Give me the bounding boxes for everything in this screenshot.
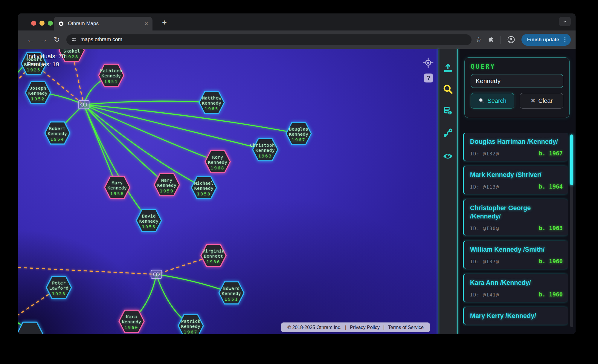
person-name: Kennedy [108, 186, 127, 190]
person-name: Mary [112, 181, 123, 185]
result-birth-year: b. 1963 [539, 225, 563, 231]
search-result-card[interactable]: William Kennedy /Smith/ ID: @I37@ b. 196… [463, 241, 568, 269]
search-result-card[interactable]: Mark Kennedy /Shriver/ ID: @I13@ b. 1964 [463, 166, 568, 194]
privacy-policy-link[interactable]: Privacy Policy [350, 325, 380, 330]
help-button[interactable]: ? [424, 74, 433, 82]
family-graph: RobertKennedy1925EthelSkakel1928Kathleen… [18, 49, 438, 334]
search-result-card[interactable]: Kara Ann /Kennedy/ ID: @I41@ b. 1960 [463, 274, 568, 302]
results-scrollbar-thumb[interactable] [570, 134, 573, 185]
person-name: Kennedy [289, 132, 309, 137]
minimize-window-button[interactable] [39, 21, 45, 26]
result-id: ID: @I13@ [470, 184, 499, 190]
person-birth-year: 1967 [184, 330, 198, 334]
person-name: Peter [52, 281, 66, 285]
person-name: Mary [161, 178, 173, 183]
search-result-card[interactable]: Christopher George /Kennedy/ ID: @I30@ b… [463, 199, 568, 235]
person-name: Joseph [30, 86, 46, 91]
person-birth-year: 1923 [52, 291, 66, 296]
visibility-button[interactable] [442, 150, 454, 162]
search-button[interactable]: Search [471, 93, 514, 108]
address-bar[interactable]: maps.othram.com [66, 34, 472, 45]
family-node[interactable] [151, 270, 162, 279]
reload-button[interactable]: ↻ [50, 35, 63, 44]
results-scrollbar-track[interactable] [570, 134, 573, 327]
tab-close-icon[interactable]: ✕ [144, 21, 148, 27]
person-node[interactable]: MaryKennedy1956 [105, 176, 130, 198]
result-name: Douglas Harriman /Kennedy/ [470, 138, 563, 146]
result-name: Mary Kerry /Kennedy/ [470, 312, 563, 320]
person-node[interactable]: MaryKennedy1959 [154, 174, 179, 196]
query-panel: QUERY Search ✕ Clear [464, 57, 570, 118]
query-input[interactable] [471, 74, 563, 88]
result-id: ID: @I32@ [470, 151, 499, 157]
person-name: Kennedy [181, 324, 201, 329]
person-node[interactable]: RobertKennedy1954 [45, 122, 70, 144]
person-birth-year: 1951 [104, 79, 118, 84]
person-name: Kathleen [100, 68, 122, 73]
person-node[interactable]: KathleenKennedy1951 [99, 64, 124, 86]
window-controls [31, 21, 53, 26]
person-birth-year: 1952 [31, 97, 45, 101]
close-window-button[interactable] [31, 21, 36, 26]
clear-button[interactable]: ✕ Clear [520, 93, 563, 108]
person-node[interactable]: PatrickKennedy1967 [178, 315, 203, 334]
person-node[interactable]: MichaelKennedy1958 [191, 177, 216, 199]
search-result-card[interactable]: Douglas Harriman /Kennedy/ ID: @I32@ b. … [463, 133, 568, 161]
person-name: Kennedy [256, 148, 275, 153]
back-button[interactable]: ← [24, 35, 37, 44]
records-info-icon [443, 105, 453, 116]
person-node[interactable]: VirginiaBennett1936 [201, 244, 226, 267]
new-tab-button[interactable]: + [158, 17, 170, 27]
person-node[interactable]: MatthewKennedy1965 [199, 91, 224, 114]
search-icon [443, 84, 453, 94]
terms-of-service-link[interactable]: Terms of Service [388, 325, 424, 330]
person-node[interactable]: RoryKennedy1968 [205, 151, 230, 173]
records-info-button[interactable] [442, 105, 454, 117]
result-name: Christopher George /Kennedy/ [470, 204, 563, 221]
child-edge [84, 105, 149, 221]
finish-update-button[interactable]: Finish update ⋮ [521, 34, 571, 46]
upload-button[interactable] [442, 62, 454, 74]
forward-button[interactable]: → [37, 35, 50, 44]
result-meta: ID: @I32@ b. 1967 [470, 150, 563, 157]
graph-canvas[interactable]: RobertKennedy1925EthelSkakel1928Kathleen… [18, 49, 438, 334]
finish-update-label: Finish update [527, 37, 559, 42]
person-name: Patrick [181, 319, 201, 324]
result-name: Mark Kennedy /Shriver/ [470, 171, 563, 179]
extensions-puzzle-icon[interactable] [488, 36, 494, 43]
browser-tab[interactable]: Othram Maps ✕ [54, 17, 152, 30]
person-node[interactable]: DouglasKennedy1967 [286, 123, 311, 145]
result-meta: ID: @I37@ b. 1960 [470, 258, 563, 264]
person-name: Kennedy [222, 291, 241, 296]
maximize-window-button[interactable] [48, 21, 53, 26]
person-name: Lawford [49, 286, 69, 290]
individuals-count: Individuals: 70 [27, 52, 65, 60]
search-result-card[interactable]: Mary Kerry /Kennedy/ [463, 307, 568, 325]
child-edge [84, 105, 167, 185]
person-node[interactable]: Christoph..Kennedy1963 [250, 139, 280, 161]
person-node[interactable] [18, 322, 42, 334]
window-chevron-button[interactable] [559, 17, 571, 26]
locate-crosshair-icon[interactable] [422, 57, 434, 69]
person-name: Kennedy [102, 74, 121, 78]
search-tool-button[interactable] [442, 83, 454, 95]
browser-toolbar: ← → ↻ maps.othram.com ☆ Finis [18, 30, 576, 49]
bookmark-star-icon[interactable]: ☆ [476, 36, 482, 44]
route-button[interactable] [442, 127, 454, 139]
person-birth-year: 1961 [225, 297, 239, 302]
person-node[interactable]: EdwardKennedy1961 [219, 282, 244, 304]
person-node[interactable]: DavidKennedy1955 [136, 209, 161, 232]
footer-separator: | [383, 325, 385, 330]
person-name: Michael [194, 181, 214, 186]
profile-avatar-icon[interactable] [507, 36, 515, 44]
family-node[interactable] [78, 100, 89, 109]
person-node[interactable]: KaraKennedy1960 [119, 310, 144, 332]
person-node[interactable]: PeterLawford1923 [46, 276, 71, 299]
person-birth-year: 1954 [51, 137, 65, 142]
result-birth-year: b. 1967 [539, 150, 563, 157]
toolbar-separator [501, 36, 501, 44]
browser-menu-kebab-icon[interactable]: ⋮ [562, 36, 568, 43]
graph-stats: Individuals: 70 Families: 19 [27, 52, 65, 68]
person-node[interactable]: JosephKennedy1952 [25, 82, 51, 104]
upload-icon [443, 63, 453, 73]
